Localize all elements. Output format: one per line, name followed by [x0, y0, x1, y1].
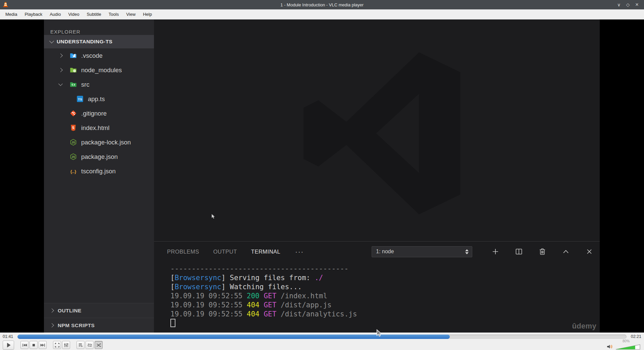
tree-item-gitignore[interactable]: .gitignore — [44, 106, 154, 121]
chevron-right-icon — [50, 308, 54, 313]
previous-button[interactable] — [20, 341, 29, 349]
tree-item-label: .gitignore — [81, 110, 107, 117]
git-file-icon — [70, 110, 77, 117]
play-button[interactable] — [3, 341, 14, 350]
titlebar: 1 - Module Introduction - VLC media play… — [0, 0, 644, 9]
menu-item-tools[interactable]: Tools — [105, 9, 122, 19]
terminal-line: [Browsersync] Watching files... — [170, 282, 600, 292]
transport-row: 80% — [0, 340, 644, 350]
playlist-button[interactable] — [76, 341, 85, 349]
menubar: MediaPlaybackAudioVideoSubtitleToolsView… — [0, 9, 644, 19]
tree-item-label: package-lock.json — [81, 139, 131, 146]
html-file-icon: 5 — [70, 124, 77, 131]
tree-item-src[interactable]: src — [44, 77, 154, 92]
tree-item-label: app.ts — [88, 95, 105, 103]
sidebar-sections: OUTLINENPM SCRIPTS — [44, 303, 154, 333]
tree-item-label: node_modules — [81, 67, 122, 74]
terminal-select[interactable]: 1: node — [372, 246, 472, 257]
terminal-line: [Browsersync] Serving files from: ./ — [170, 273, 600, 282]
minimize-button[interactable]: ∨ — [616, 2, 622, 8]
udemy-watermark: ûdemy — [572, 322, 596, 331]
terminal-line — [170, 319, 600, 329]
video-frame[interactable]: EXPLORER UNDERSTANDING-TS .vscodenode_mo… — [44, 19, 600, 333]
next-button[interactable] — [39, 341, 47, 349]
volume-slider[interactable] — [615, 344, 640, 350]
terminal-line: ----------------------------------------… — [170, 264, 600, 273]
menu-item-view[interactable]: View — [122, 9, 139, 19]
svg-text:5: 5 — [72, 126, 74, 130]
split-terminal-button[interactable] — [515, 247, 523, 256]
project-root-row[interactable]: UNDERSTANDING-TS — [44, 35, 154, 48]
sidebar-section-npm-scripts[interactable]: NPM SCRIPTS — [44, 318, 154, 333]
menu-item-help[interactable]: Help — [139, 9, 156, 19]
panel-tab-output[interactable]: OUTPUT — [213, 249, 237, 255]
vscode-logo-watermark — [302, 51, 467, 216]
tree-item-index-html[interactable]: 5index.html — [44, 121, 154, 135]
node-modules-folder-icon — [70, 67, 77, 74]
typescript-file-icon: TS — [76, 95, 84, 102]
tree-item-label: tsconfig.json — [81, 168, 116, 175]
vscode-folder-icon — [70, 52, 77, 59]
close-panel-button[interactable] — [585, 247, 594, 256]
editor-column: PROBLEMSOUTPUTTERMINAL ··· 1: node — [154, 19, 600, 333]
volume-group: 80% — [606, 340, 641, 350]
player-controls: 01:41 02:21 80% — [0, 333, 644, 350]
kill-terminal-button[interactable] — [538, 247, 547, 256]
panel-tab-problems[interactable]: PROBLEMS — [167, 249, 199, 255]
panel-tab-bar: PROBLEMSOUTPUTTERMINAL ··· 1: node — [154, 242, 600, 262]
svg-text:JS: JS — [71, 155, 75, 159]
menu-item-media[interactable]: Media — [2, 9, 21, 19]
panel-overflow-button[interactable]: ··· — [295, 248, 304, 256]
maximize-panel-button[interactable] — [561, 247, 570, 256]
extended-settings-button[interactable] — [62, 341, 70, 349]
file-tree: .vscodenode_modulessrcTSapp.ts.gitignore… — [44, 48, 154, 178]
volume-percent-label: 80% — [623, 339, 630, 343]
chevron-right-icon — [58, 53, 63, 58]
tree-item-label: package.json — [81, 153, 118, 161]
explorer-header: EXPLORER — [44, 19, 154, 35]
stop-button[interactable] — [30, 341, 38, 349]
terminal-output: ----------------------------------------… — [154, 262, 600, 333]
terminal-select-value: 1: node — [376, 249, 394, 255]
menu-item-subtitle[interactable]: Subtitle — [83, 9, 105, 19]
seek-bar[interactable] — [17, 335, 626, 339]
svg-text:JS: JS — [71, 141, 75, 144]
menu-item-playback[interactable]: Playback — [21, 9, 46, 19]
tree-item-label: index.html — [81, 124, 109, 132]
tree-item-package-lock-json[interactable]: JSpackage-lock.json — [44, 135, 154, 149]
project-root-label: UNDERSTANDING-TS — [57, 39, 112, 45]
terminal-panel: PROBLEMSOUTPUTTERMINAL ··· 1: node — [154, 241, 600, 333]
section-label: NPM SCRIPTS — [58, 322, 95, 329]
tree-item-tsconfig-json[interactable]: {..}tsconfig.json — [44, 164, 154, 178]
menu-item-audio[interactable]: Audio — [46, 9, 64, 19]
video-stage: EXPLORER UNDERSTANDING-TS .vscodenode_mo… — [0, 19, 644, 333]
new-terminal-button[interactable] — [491, 247, 500, 256]
sidebar-section-outline[interactable]: OUTLINE — [44, 303, 154, 318]
maximize-button[interactable]: ◇ — [625, 2, 631, 8]
svg-text:TS: TS — [78, 97, 82, 101]
explorer-sidebar: EXPLORER UNDERSTANDING-TS .vscodenode_mo… — [44, 19, 154, 333]
close-button[interactable]: × — [634, 2, 640, 8]
tree-item-app-ts[interactable]: TSapp.ts — [44, 92, 154, 106]
tree-item-package-json[interactable]: JSpackage.json — [44, 149, 154, 164]
random-button[interactable] — [95, 341, 103, 349]
mouse-cursor — [376, 329, 382, 337]
tree-item-label: src — [81, 81, 90, 88]
panel-tab-terminal[interactable]: TERMINAL — [251, 249, 280, 255]
volume-icon[interactable] — [606, 344, 613, 350]
seek-fill — [17, 335, 450, 339]
node-file-icon: JS — [70, 139, 77, 146]
window-title: 1 - Module Introduction - VLC media play… — [0, 2, 644, 7]
seek-row: 01:41 02:21 — [0, 333, 644, 340]
chevron-down-icon — [49, 39, 54, 43]
tree-item-node-modules[interactable]: node_modules — [44, 63, 154, 77]
video-cursor-pointer — [211, 214, 216, 219]
loop-button[interactable] — [86, 341, 94, 349]
chevron-right-icon — [50, 323, 54, 327]
terminal-line: 19.09.19 09:52:55 200 GET /index.html — [170, 292, 600, 301]
fullscreen-button[interactable] — [53, 341, 61, 349]
src-folder-icon — [70, 81, 77, 88]
tree-item-vscode[interactable]: .vscode — [44, 48, 154, 63]
menu-item-video[interactable]: Video — [64, 9, 83, 19]
chevron-down-icon — [58, 82, 63, 86]
